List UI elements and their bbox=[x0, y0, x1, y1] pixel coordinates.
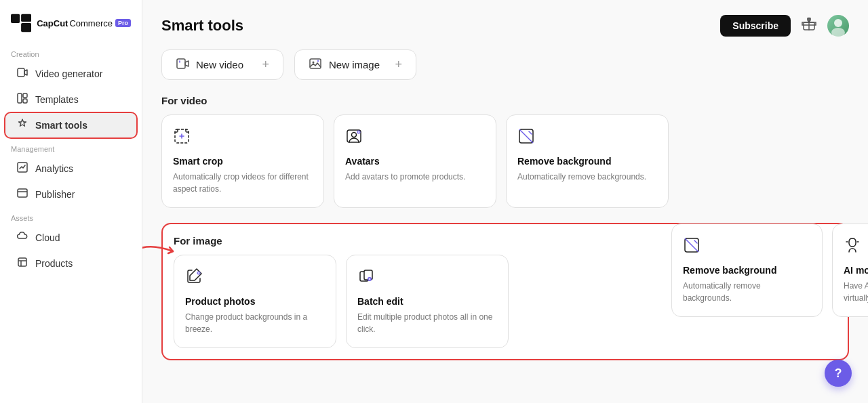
gift-button[interactable] bbox=[799, 14, 819, 37]
tool-card-product-photos[interactable]: Product photos Change product background… bbox=[174, 255, 336, 348]
new-video-label: New video bbox=[196, 59, 243, 70]
svg-rect-14 bbox=[310, 59, 321, 68]
video-generator-icon bbox=[16, 67, 28, 81]
sidebar-item-publisher[interactable]: Publisher bbox=[5, 182, 136, 207]
product-photos-title: Product photos bbox=[185, 296, 325, 307]
sidebar: CapCut Commerce Pro Creation Video gener… bbox=[0, 0, 142, 403]
tool-card-ai-model[interactable]: AI model Have AI model try on products v… bbox=[832, 224, 868, 317]
new-video-card[interactable]: New video + bbox=[161, 49, 283, 80]
subscribe-button[interactable]: Subscribe bbox=[720, 15, 791, 37]
ai-model-icon bbox=[844, 236, 868, 258]
svg-rect-9 bbox=[18, 258, 26, 266]
outside-for-image-cards: Remove background Automatically remove b… bbox=[671, 224, 868, 317]
svg-rect-3 bbox=[18, 68, 24, 77]
avatar[interactable] bbox=[827, 15, 849, 37]
ai-model-title: AI model bbox=[844, 265, 868, 276]
batch-edit-desc: Edit multiple product photos all in one … bbox=[357, 311, 497, 335]
remove-bg-video-icon bbox=[517, 127, 657, 149]
cloud-icon bbox=[16, 231, 28, 245]
batch-edit-icon bbox=[357, 268, 497, 289]
sidebar-label-cloud: Cloud bbox=[35, 232, 60, 243]
products-icon bbox=[16, 257, 28, 270]
help-button[interactable]: ? bbox=[825, 360, 852, 387]
avatars-title: Avatars bbox=[345, 156, 485, 167]
tool-card-remove-bg-image[interactable]: Remove background Automatically remove b… bbox=[671, 224, 823, 317]
new-image-plus: + bbox=[395, 58, 402, 72]
sidebar-label-video-generator: Video generator bbox=[35, 68, 102, 79]
svg-rect-13 bbox=[177, 59, 185, 68]
sidebar-item-smart-tools[interactable]: Smart tools bbox=[5, 113, 136, 137]
svg-point-15 bbox=[313, 62, 315, 64]
sidebar-label-publisher: Publisher bbox=[35, 189, 75, 200]
management-section-label: Management bbox=[0, 138, 142, 156]
new-image-icon bbox=[309, 57, 322, 72]
logo: CapCut Commerce Pro bbox=[0, 8, 142, 43]
avatars-icon bbox=[345, 127, 485, 149]
new-image-card[interactable]: New image + bbox=[294, 49, 416, 80]
main-header: Smart tools Subscribe bbox=[161, 14, 849, 37]
assets-section-label: Assets bbox=[0, 207, 142, 225]
svg-rect-4 bbox=[18, 93, 22, 103]
sidebar-item-cloud[interactable]: Cloud bbox=[5, 226, 136, 250]
page-title: Smart tools bbox=[161, 17, 243, 35]
product-photos-desc: Change product backgrounds in a breeze. bbox=[185, 311, 325, 335]
sidebar-item-video-generator[interactable]: Video generator bbox=[5, 62, 136, 86]
avatars-desc: Add avatars to promote products. bbox=[345, 171, 485, 183]
analytics-icon bbox=[16, 162, 28, 175]
logo-commerce: Commerce bbox=[69, 18, 113, 28]
svg-rect-5 bbox=[23, 93, 27, 98]
creation-section-label: Creation bbox=[0, 43, 142, 61]
sidebar-item-analytics[interactable]: Analytics bbox=[5, 156, 136, 181]
new-image-label: New image bbox=[329, 59, 380, 70]
logo-capcut: CapCut bbox=[37, 18, 68, 28]
svg-rect-2 bbox=[21, 23, 31, 32]
remove-bg-video-title: Remove background bbox=[517, 156, 657, 167]
tool-card-avatars[interactable]: Avatars Add avatars to promote products. bbox=[334, 114, 496, 208]
sidebar-item-templates[interactable]: Templates bbox=[5, 87, 136, 112]
tool-card-remove-bg-video[interactable]: Remove background Automatically remove b… bbox=[506, 114, 669, 208]
remove-bg-image-icon bbox=[683, 236, 811, 258]
tool-card-batch-edit[interactable]: Batch edit Edit multiple product photos … bbox=[346, 255, 509, 348]
logo-badge: Pro bbox=[115, 19, 131, 27]
for-video-grid: Smart crop Automatically crop videos for… bbox=[161, 114, 849, 208]
svg-point-12 bbox=[831, 28, 845, 37]
smart-crop-title: Smart crop bbox=[173, 156, 313, 167]
batch-edit-title: Batch edit bbox=[357, 296, 497, 307]
product-photos-icon bbox=[185, 268, 325, 289]
new-video-plus: + bbox=[262, 58, 269, 72]
svg-rect-6 bbox=[23, 99, 27, 103]
new-video-icon bbox=[176, 57, 189, 72]
for-video-section: For video Smart crop Automatically crop … bbox=[161, 95, 849, 208]
sidebar-label-templates: Templates bbox=[35, 94, 79, 105]
remove-bg-image-desc: Automatically remove backgrounds. bbox=[683, 280, 811, 304]
svg-rect-8 bbox=[18, 189, 27, 197]
svg-point-11 bbox=[834, 19, 842, 27]
tool-card-smart-crop[interactable]: Smart crop Automatically crop videos for… bbox=[161, 114, 324, 208]
publisher-icon bbox=[16, 188, 28, 201]
sidebar-item-products[interactable]: Products bbox=[5, 251, 136, 276]
new-items-row: New video + New image + bbox=[161, 49, 849, 80]
sidebar-label-products: Products bbox=[35, 258, 73, 269]
svg-rect-1 bbox=[21, 14, 31, 22]
ai-model-desc: Have AI model try on products virtually. bbox=[844, 280, 868, 304]
remove-bg-video-desc: Automatically remove backgrounds. bbox=[517, 171, 657, 183]
remove-bg-image-title: Remove background bbox=[683, 265, 811, 276]
sidebar-label-analytics: Analytics bbox=[35, 163, 73, 174]
header-actions: Subscribe bbox=[720, 14, 849, 37]
smart-crop-desc: Automatically crop videos for different … bbox=[173, 171, 313, 195]
smart-crop-icon bbox=[173, 127, 313, 149]
svg-rect-0 bbox=[11, 14, 20, 23]
for-video-label: For video bbox=[161, 95, 849, 106]
templates-icon bbox=[16, 93, 28, 106]
sidebar-label-smart-tools: Smart tools bbox=[35, 120, 87, 131]
svg-point-18 bbox=[352, 133, 357, 137]
main-content: Smart tools Subscribe New video + New im… bbox=[142, 0, 868, 403]
smart-tools-icon bbox=[16, 119, 28, 132]
